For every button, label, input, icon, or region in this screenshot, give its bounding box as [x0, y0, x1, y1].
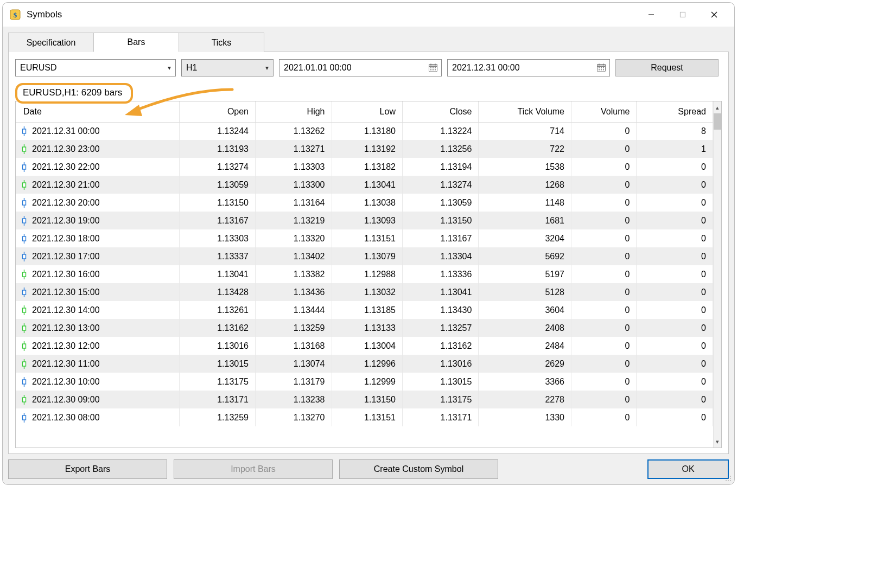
- cell-spread: 0: [637, 283, 713, 301]
- ok-button[interactable]: OK: [647, 459, 729, 479]
- svg-rect-24: [601, 69, 602, 71]
- svg-rect-45: [22, 290, 26, 295]
- symbol-select[interactable]: EURUSD ▾: [15, 59, 176, 76]
- candle-icon: [21, 197, 27, 208]
- table-row[interactable]: 2021.12.30 15:00 1.13428 1.13436 1.13032…: [16, 283, 713, 301]
- toolbar: EURUSD ▾ H1 ▾ 2021.01.01 00:00: [15, 59, 722, 77]
- table-row[interactable]: 2021.12.30 19:00 1.13167 1.13219 1.13093…: [16, 212, 713, 229]
- table-row[interactable]: 2021.12.30 11:00 1.13015 1.13074 1.12996…: [16, 355, 713, 373]
- col-date[interactable]: Date: [16, 101, 179, 122]
- table-row[interactable]: 2021.12.30 09:00 1.13171 1.13238 1.13150…: [16, 391, 713, 408]
- vertical-scrollbar[interactable]: ▴ ▾: [713, 101, 721, 448]
- from-date-value: 2021.01.01 00:00: [284, 63, 352, 73]
- cell-close: 1.13162: [402, 337, 478, 355]
- col-high[interactable]: High: [256, 101, 332, 122]
- candle-icon: [21, 251, 27, 262]
- chevron-down-icon: ▾: [265, 64, 269, 72]
- window-controls: [635, 3, 730, 27]
- cell-vol: 0: [571, 283, 637, 301]
- cell-vol: 0: [571, 391, 637, 408]
- cell-tickvol: 1330: [479, 408, 571, 426]
- cell-low: 1.13192: [332, 140, 402, 158]
- table-row[interactable]: 2021.12.30 22:00 1.13274 1.13303 1.13182…: [16, 158, 713, 176]
- cell-low: 1.13038: [332, 194, 402, 212]
- minimize-button[interactable]: [635, 3, 667, 27]
- svg-rect-22: [603, 67, 604, 68]
- cell-close: 1.13336: [402, 265, 478, 283]
- from-date-input[interactable]: 2021.01.01 00:00: [279, 59, 442, 76]
- col-open[interactable]: Open: [179, 101, 255, 122]
- close-button[interactable]: [698, 3, 730, 27]
- cell-date: 2021.12.30 21:00: [32, 180, 100, 190]
- table-row[interactable]: 2021.12.30 20:00 1.13150 1.13164 1.13038…: [16, 194, 713, 212]
- calendar-icon[interactable]: [428, 63, 438, 73]
- calendar-icon[interactable]: [596, 63, 606, 73]
- cell-high: 1.13270: [256, 408, 332, 426]
- create-custom-symbol-button[interactable]: Create Custom Symbol: [339, 459, 498, 479]
- cell-open: 1.13244: [179, 122, 255, 140]
- cell-tickvol: 2484: [479, 337, 571, 355]
- cell-close: 1.13256: [402, 140, 478, 158]
- table-row[interactable]: 2021.12.30 16:00 1.13041 1.13382 1.12988…: [16, 265, 713, 283]
- col-close[interactable]: Close: [402, 101, 478, 122]
- cell-high: 1.13303: [256, 158, 332, 176]
- svg-rect-29: [22, 147, 26, 151]
- col-vol[interactable]: Volume: [571, 101, 637, 122]
- cell-low: 1.13079: [332, 247, 402, 265]
- cell-spread: 0: [637, 194, 713, 212]
- cell-close: 1.13224: [402, 122, 478, 140]
- table-row[interactable]: 2021.12.30 14:00 1.13261 1.13444 1.13185…: [16, 301, 713, 319]
- svg-rect-11: [433, 67, 434, 68]
- resize-grip-icon[interactable]: [724, 475, 732, 482]
- cell-spread: 0: [637, 301, 713, 319]
- cell-open: 1.13193: [179, 140, 255, 158]
- cell-spread: 0: [637, 355, 713, 373]
- svg-rect-7: [429, 65, 437, 67]
- scroll-down-icon[interactable]: ▾: [716, 437, 719, 446]
- cell-low: 1.13032: [332, 283, 402, 301]
- maximize-button[interactable]: [667, 3, 698, 27]
- svg-rect-51: [22, 344, 26, 348]
- symbols-window: $ Symbols Specification Bars Ticks: [2, 2, 735, 485]
- table-row[interactable]: 2021.12.30 21:00 1.13059 1.13300 1.13041…: [16, 176, 713, 194]
- to-date-input[interactable]: 2021.12.31 00:00: [447, 59, 610, 76]
- table-row[interactable]: 2021.12.31 00:00 1.13244 1.13262 1.13180…: [16, 122, 713, 140]
- table-row[interactable]: 2021.12.30 17:00 1.13337 1.13402 1.13079…: [16, 247, 713, 265]
- cell-low: 1.13093: [332, 212, 402, 229]
- col-tickvol[interactable]: Tick Volume: [479, 101, 571, 122]
- table-row[interactable]: 2021.12.30 12:00 1.13016 1.13168 1.13004…: [16, 337, 713, 355]
- cell-spread: 0: [637, 212, 713, 229]
- cell-high: 1.13444: [256, 301, 332, 319]
- cell-open: 1.13428: [179, 283, 255, 301]
- cell-spread: 0: [637, 373, 713, 391]
- candle-icon: [21, 341, 27, 351]
- cell-close: 1.13175: [402, 391, 478, 408]
- table-row[interactable]: 2021.12.30 23:00 1.13193 1.13271 1.13192…: [16, 140, 713, 158]
- cell-low: 1.13041: [332, 176, 402, 194]
- scroll-thumb[interactable]: [714, 113, 721, 130]
- cell-high: 1.13382: [256, 265, 332, 283]
- tab-specification[interactable]: Specification: [8, 33, 94, 52]
- tab-bars[interactable]: Bars: [93, 33, 179, 52]
- cell-open: 1.13162: [179, 319, 255, 337]
- timeframe-select[interactable]: H1 ▾: [181, 59, 274, 76]
- col-low[interactable]: Low: [332, 101, 402, 122]
- cell-high: 1.13238: [256, 391, 332, 408]
- col-spread[interactable]: Spread: [637, 101, 713, 122]
- request-button[interactable]: Request: [615, 59, 719, 76]
- export-bars-button[interactable]: Export Bars: [8, 459, 167, 479]
- svg-rect-14: [433, 69, 434, 71]
- import-bars-button[interactable]: Import Bars: [174, 459, 333, 479]
- cell-date: 2021.12.30 15:00: [32, 287, 100, 297]
- cell-open: 1.13167: [179, 212, 255, 229]
- cell-tickvol: 1538: [479, 158, 571, 176]
- cell-date: 2021.12.30 08:00: [32, 413, 100, 423]
- tab-ticks[interactable]: Ticks: [179, 33, 264, 52]
- table-row[interactable]: 2021.12.30 08:00 1.13259 1.13270 1.13151…: [16, 408, 713, 426]
- svg-rect-10: [430, 67, 431, 68]
- svg-rect-64: [728, 480, 729, 481]
- table-row[interactable]: 2021.12.30 13:00 1.13162 1.13259 1.13133…: [16, 319, 713, 337]
- table-row[interactable]: 2021.12.30 18:00 1.13303 1.13320 1.13151…: [16, 229, 713, 247]
- table-row[interactable]: 2021.12.30 10:00 1.13175 1.13179 1.12999…: [16, 373, 713, 391]
- svg-rect-63: [726, 480, 727, 481]
